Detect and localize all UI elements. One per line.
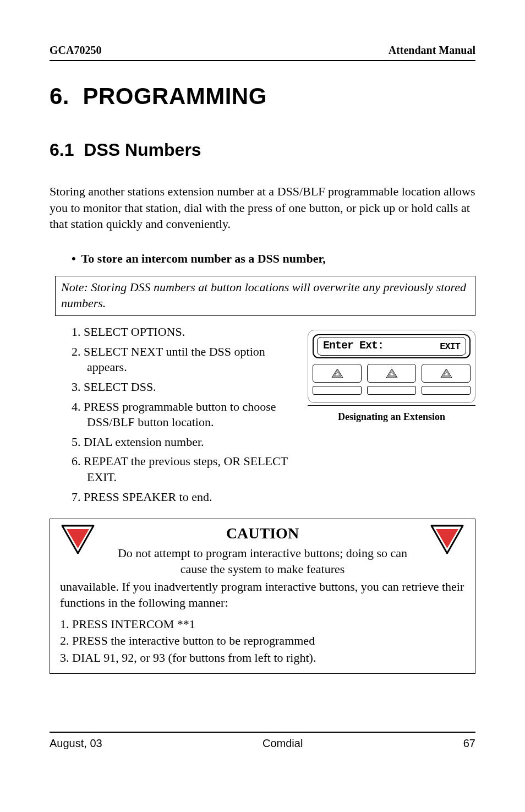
- caution-rest-text: unavailable. If you inadvertently progra…: [60, 579, 465, 611]
- section-title: 6.1 DSS Numbers: [50, 140, 475, 160]
- triangle-button[interactable]: [422, 364, 471, 383]
- header-right: Attendant Manual: [389, 44, 475, 57]
- lcd-inner: Enter Ext: EXIT: [317, 337, 466, 356]
- device-frame: Enter Ext: EXIT: [308, 330, 475, 403]
- mini-button[interactable]: [313, 386, 362, 395]
- steps-list: 1. SELECT OPTIONS. 2. SELECT NEXT until …: [72, 324, 297, 505]
- two-column-block: 1. SELECT OPTIONS. 2. SELECT NEXT until …: [50, 324, 475, 509]
- step-item: 7. PRESS SPEAKER to end.: [72, 489, 297, 505]
- caution-title: CAUTION: [226, 525, 299, 542]
- chapter-title: 6. PROGRAMMING: [50, 83, 475, 110]
- device-column: Enter Ext: EXIT: [308, 330, 475, 423]
- mini-button[interactable]: [422, 386, 471, 395]
- caution-icon-right: [429, 524, 465, 558]
- footer-center: Comdial: [262, 737, 303, 750]
- triangle-down-icon: [429, 524, 465, 555]
- header-rule: [50, 60, 475, 61]
- note-box: Note: Storing DSS numbers at button loca…: [55, 276, 475, 316]
- triangle-button[interactable]: [313, 364, 362, 383]
- lcd-exit-text: EXIT: [440, 341, 460, 352]
- step-item: 4. PRESS programmable button to choose D…: [72, 399, 297, 430]
- steps-column: 1. SELECT OPTIONS. 2. SELECT NEXT until …: [50, 324, 308, 509]
- triangle-button-row: [313, 364, 471, 383]
- chapter-number: 6.: [50, 83, 69, 109]
- caution-box: CAUTION Do not attempt to program intera…: [50, 519, 475, 674]
- footer-left: August, 03: [50, 737, 102, 750]
- step-item: 5. DIAL extension number.: [72, 434, 297, 450]
- caution-header-row: CAUTION: [60, 525, 465, 546]
- svg-marker-2: [335, 372, 340, 376]
- step-item: 2. SELECT NEXT until the DSS option appe…: [72, 344, 297, 375]
- footer-right: 67: [463, 737, 475, 750]
- caution-step: 3. DIAL 91, 92, or 93 (for buttons from …: [60, 650, 465, 666]
- triangle-up-icon: [331, 368, 344, 379]
- caution-step: 2. PRESS the interactive button to be re…: [60, 633, 465, 649]
- mini-button[interactable]: [367, 386, 416, 395]
- note-text: Note: Storing DSS numbers at button loca…: [61, 280, 469, 311]
- lcd-main-text: Enter Ext:: [323, 339, 384, 352]
- triangle-up-icon: [440, 368, 453, 379]
- page-header: GCA70250 Attendant Manual: [50, 44, 475, 57]
- step-item: 6. REPEAT the previous steps, OR SELECT …: [72, 454, 297, 485]
- device-divider: [308, 405, 475, 406]
- bullet-text: To store an intercom number as a DSS num…: [81, 252, 326, 266]
- triangle-down-icon: [60, 524, 96, 555]
- svg-marker-8: [444, 372, 449, 376]
- caution-step: 1. PRESS INTERCOM **1: [60, 617, 465, 633]
- caution-mid-text: Do not attempt to program interactive bu…: [104, 546, 421, 577]
- header-left: GCA70250: [50, 44, 101, 57]
- section-name: DSS Numbers: [84, 140, 201, 160]
- device-caption: Designating an Extension: [308, 411, 475, 423]
- step-item: 1. SELECT OPTIONS.: [72, 324, 297, 340]
- triangle-up-icon: [385, 368, 398, 379]
- section-number: 6.1: [50, 140, 74, 160]
- lcd-outer: Enter Ext: EXIT: [313, 334, 471, 358]
- chapter-name: PROGRAMMING: [83, 83, 267, 109]
- bullet-line: • To store an intercom number as a DSS n…: [72, 252, 475, 266]
- intro-paragraph: Storing another stations extension numbe…: [50, 183, 475, 232]
- caution-steps-list: 1. PRESS INTERCOM **1 2. PRESS the inter…: [60, 617, 465, 666]
- triangle-button[interactable]: [367, 364, 416, 383]
- footer-rule: [50, 732, 475, 733]
- caution-icon-left: [60, 524, 96, 558]
- svg-marker-5: [389, 372, 394, 376]
- page-footer: August, 03 Comdial 67: [50, 737, 475, 750]
- step-item: 3. SELECT DSS.: [72, 379, 297, 395]
- bullet-marker: •: [72, 252, 76, 266]
- mini-button-row: [313, 386, 471, 395]
